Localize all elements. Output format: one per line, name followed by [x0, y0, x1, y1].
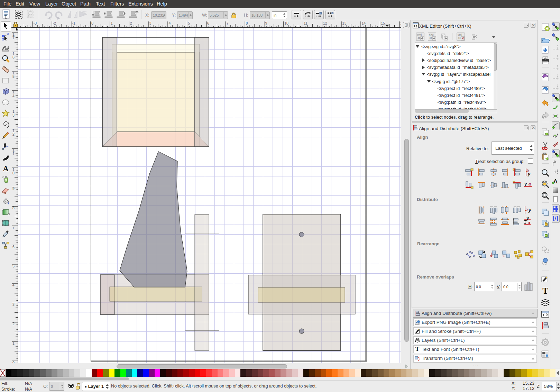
svg-text:5: 5: [188, 21, 190, 25]
svg-text:5: 5: [12, 74, 15, 79]
svg-text:7: 7: [227, 21, 229, 25]
svg-text:6: 6: [207, 21, 209, 25]
svg-text:12: 12: [323, 21, 327, 25]
svg-text:A: A: [3, 164, 9, 173]
svg-text:4: 4: [12, 94, 15, 98]
svg-text:a: a: [529, 182, 531, 186]
svg-text:11: 11: [304, 21, 307, 25]
svg-text:8: 8: [246, 21, 248, 25]
svg-text:13: 13: [342, 21, 347, 25]
svg-text:<>: <>: [429, 36, 433, 40]
svg-text:3: 3: [149, 21, 152, 25]
svg-text:y: y: [526, 216, 529, 221]
svg-text:y: y: [528, 208, 531, 213]
svg-text:2: 2: [12, 322, 15, 326]
svg-text:6: 6: [12, 55, 15, 59]
svg-text:3: 3: [12, 113, 15, 117]
svg-text:y: y: [524, 181, 527, 186]
svg-text:1: 1: [12, 341, 15, 345]
svg-text:<>: <>: [417, 36, 421, 40]
svg-text:0: 0: [12, 171, 15, 175]
svg-text:<>: <>: [458, 36, 461, 40]
svg-text:-1: -1: [72, 21, 75, 25]
svg-text:4: 4: [12, 283, 15, 287]
svg-text:T: T: [542, 286, 548, 295]
svg-text:5: 5: [12, 264, 15, 268]
svg-text:7: 7: [12, 36, 15, 40]
svg-text:9: 9: [265, 21, 267, 25]
svg-text:a: a: [528, 220, 530, 225]
svg-text:9: 9: [12, 186, 15, 191]
svg-text:y: y: [527, 171, 531, 176]
svg-text:-3: -3: [34, 21, 37, 25]
svg-text:0: 0: [91, 21, 93, 25]
svg-text:1: 1: [12, 152, 15, 156]
svg-text:-2: -2: [53, 21, 56, 25]
svg-text:10: 10: [284, 21, 288, 25]
svg-text:15: 15: [381, 21, 385, 25]
svg-text:1: 1: [111, 21, 113, 25]
svg-text:14: 14: [361, 21, 366, 25]
svg-text:2: 2: [130, 21, 132, 25]
svg-text:6: 6: [12, 245, 15, 249]
svg-text:8: 8: [12, 206, 15, 210]
svg-text:2: 2: [12, 132, 15, 136]
svg-text:7: 7: [12, 225, 15, 229]
svg-text:a: a: [525, 207, 528, 212]
svg-text:3: 3: [12, 302, 15, 307]
svg-text:A: A: [553, 178, 558, 185]
svg-text:4: 4: [168, 21, 171, 25]
